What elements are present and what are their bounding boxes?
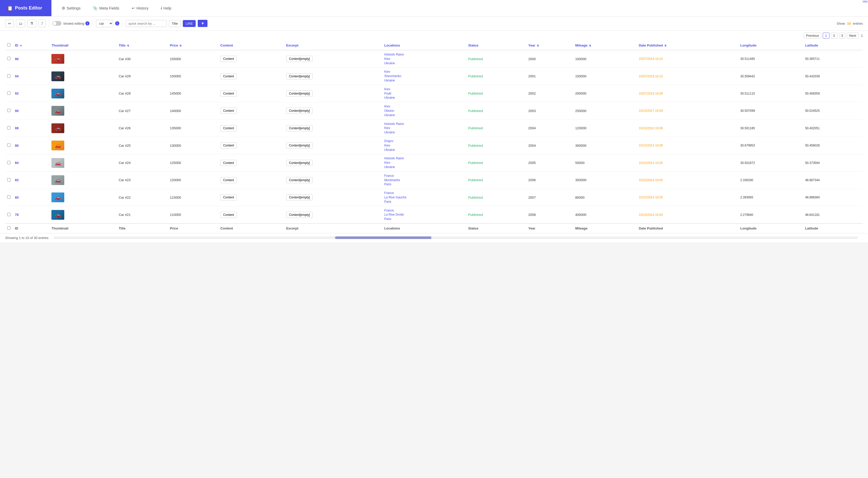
content-btn[interactable]: Content — [220, 160, 237, 166]
row-content[interactable]: Content — [218, 137, 284, 154]
col-content[interactable]: Content — [218, 41, 284, 50]
select-all-checkbox[interactable] — [7, 43, 10, 46]
row-checkbox-cell[interactable] — [5, 154, 13, 171]
row-checkbox[interactable] — [7, 144, 10, 147]
row-checkbox-cell[interactable] — [5, 137, 13, 154]
row-title[interactable]: Car #22 — [117, 189, 168, 206]
page-btn-2[interactable]: 2 — [831, 33, 837, 38]
content-btn[interactable]: Content — [220, 108, 237, 114]
page-btn-1[interactable]: 1 — [823, 33, 829, 38]
footer-checkbox-cell[interactable] — [5, 224, 13, 233]
row-excerpt[interactable]: Content[empty] — [284, 120, 382, 137]
row-excerpt[interactable]: Content[empty] — [284, 102, 382, 120]
binded-toggle[interactable] — [52, 21, 61, 26]
row-title[interactable]: Car #25 — [117, 137, 168, 154]
row-checkbox[interactable] — [7, 109, 10, 112]
row-excerpt[interactable]: Content[empty] — [284, 85, 382, 102]
row-id[interactable]: 92 — [13, 85, 50, 102]
col-thumbnail[interactable]: Thumbnail — [50, 41, 117, 50]
content-btn[interactable]: Content — [220, 177, 237, 183]
excerpt-btn[interactable]: Content[empty] — [286, 56, 313, 62]
row-checkbox-cell[interactable] — [5, 68, 13, 85]
col-id[interactable]: ID ▼ — [13, 41, 50, 50]
filter-op-pill[interactable]: LIKE — [183, 20, 196, 27]
folder-btn[interactable]: 🗂 — [16, 20, 25, 27]
row-checkbox-cell[interactable] — [5, 85, 13, 102]
nav-help[interactable]: i Help — [161, 6, 171, 10]
col-title[interactable]: Title ⇅ — [117, 41, 168, 50]
row-excerpt[interactable]: Content[empty] — [284, 206, 382, 224]
row-title[interactable]: Car #28 — [117, 85, 168, 102]
filter-field-pill[interactable]: Title — [169, 20, 181, 27]
row-checkbox[interactable] — [7, 57, 10, 60]
type-filter-info-icon[interactable]: i — [115, 21, 119, 26]
col-excerpt[interactable]: Excerpt — [284, 41, 382, 50]
row-excerpt[interactable]: Content[empty] — [284, 50, 382, 68]
content-btn[interactable]: Content — [220, 56, 237, 62]
row-checkbox-cell[interactable] — [5, 206, 13, 224]
next-page-btn[interactable]: Next — [847, 33, 859, 38]
row-checkbox[interactable] — [7, 74, 10, 77]
nav-history[interactable]: ↩ History — [132, 6, 149, 10]
excerpt-btn[interactable]: Content[empty] — [286, 194, 313, 200]
row-excerpt[interactable]: Content[empty] — [284, 154, 382, 171]
row-content[interactable]: Content — [218, 206, 284, 224]
filter-config-btn[interactable]: ⚗ — [27, 20, 36, 27]
row-title[interactable]: Car #27 — [117, 102, 168, 120]
row-checkbox[interactable] — [7, 161, 10, 164]
row-content[interactable]: Content — [218, 189, 284, 206]
row-title[interactable]: Car #23 — [117, 171, 168, 189]
row-excerpt[interactable]: Content[empty] — [284, 137, 382, 154]
row-checkbox[interactable] — [7, 126, 10, 130]
row-content[interactable]: Content — [218, 120, 284, 137]
col-longitude[interactable]: Longitude — [738, 41, 803, 50]
import-btn[interactable]: ⤴ — [38, 20, 46, 27]
content-btn[interactable]: Content — [220, 91, 237, 97]
nav-meta-fields[interactable]: 📎 Meta Fields — [93, 6, 119, 10]
row-checkbox-cell[interactable] — [5, 102, 13, 120]
row-content[interactable]: Content — [218, 85, 284, 102]
row-excerpt[interactable]: Content[empty] — [284, 189, 382, 206]
col-locations[interactable]: Locations — [382, 41, 466, 50]
excerpt-btn[interactable]: Content[empty] — [286, 212, 313, 218]
horizontal-scrollbar[interactable] — [54, 236, 858, 239]
content-btn[interactable]: Content — [220, 194, 237, 200]
row-content[interactable]: Content — [218, 154, 284, 171]
row-checkbox[interactable] — [7, 213, 10, 216]
row-content[interactable]: Content — [218, 171, 284, 189]
col-date-published[interactable]: Date Published ⇅ — [637, 41, 738, 50]
row-id[interactable]: 78 — [13, 206, 50, 224]
row-id[interactable]: 84 — [13, 154, 50, 171]
brand-logo[interactable]: 📋 Posts Editor — [0, 0, 52, 16]
row-content[interactable]: Content — [218, 68, 284, 85]
row-checkbox-cell[interactable] — [5, 120, 13, 137]
row-id[interactable]: 96 — [13, 50, 50, 68]
row-title[interactable]: Car #24 — [117, 154, 168, 171]
excerpt-btn[interactable]: Content[empty] — [286, 160, 313, 166]
row-excerpt[interactable]: Content[empty] — [284, 171, 382, 189]
footer-select-all[interactable] — [7, 226, 10, 230]
row-id[interactable]: 88 — [13, 120, 50, 137]
row-checkbox[interactable] — [7, 195, 10, 199]
row-excerpt[interactable]: Content[empty] — [284, 68, 382, 85]
prev-page-btn[interactable]: Previous — [804, 33, 822, 38]
col-status[interactable]: Status — [466, 41, 526, 50]
row-id[interactable]: 94 — [13, 68, 50, 85]
row-checkbox-cell[interactable] — [5, 171, 13, 189]
content-btn[interactable]: Content — [220, 125, 237, 131]
page-btn-3[interactable]: 3 — [839, 33, 845, 38]
nav-settings[interactable]: ⚙ Settings — [62, 6, 81, 10]
row-id[interactable]: 86 — [13, 137, 50, 154]
col-latitude[interactable]: Latitude — [803, 41, 863, 50]
content-btn[interactable]: Content — [220, 212, 237, 218]
row-id[interactable]: 90 — [13, 102, 50, 120]
excerpt-btn[interactable]: Content[empty] — [286, 177, 313, 183]
excerpt-btn[interactable]: Content[empty] — [286, 125, 313, 131]
row-content[interactable]: Content — [218, 50, 284, 68]
row-id[interactable]: 80 — [13, 189, 50, 206]
select-all-header[interactable] — [5, 41, 13, 50]
row-id[interactable]: 82 — [13, 171, 50, 189]
type-filter-select[interactable]: car post page — [96, 20, 113, 27]
expand-btn[interactable]: ⇔ — [5, 20, 14, 27]
excerpt-btn[interactable]: Content[empty] — [286, 91, 313, 97]
